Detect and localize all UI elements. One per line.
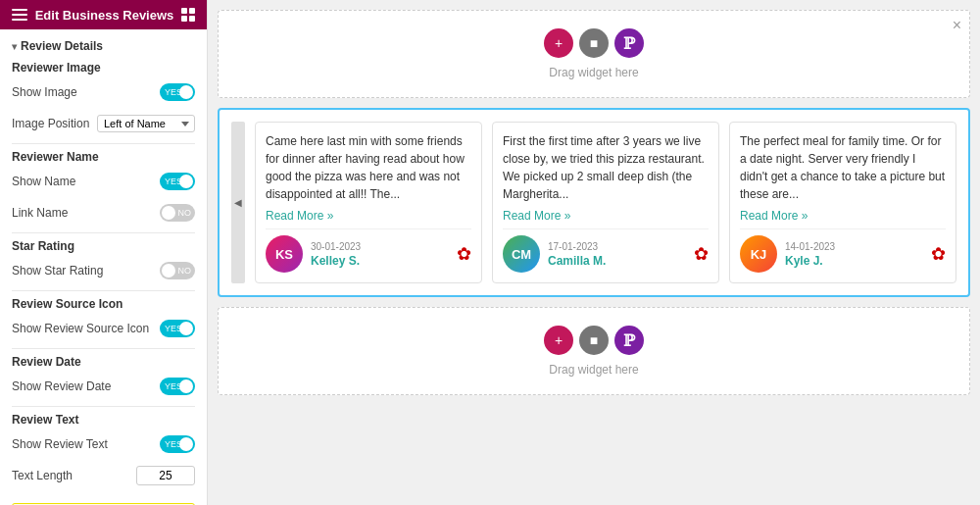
show-icon-row: Show Review Source Icon YES <box>12 317 195 340</box>
review-details-title: ▾ Review Details <box>12 39 195 53</box>
drop-zone-1-label: Drag widget here <box>549 66 638 79</box>
show-text-toggle[interactable]: YES <box>160 435 195 453</box>
add-widget-icon[interactable]: + <box>544 28 573 58</box>
drop-zone-2: + ■ ℙ Drag widget here <box>218 307 970 395</box>
drop-zone-1: × + ■ ℙ Drag widget here <box>218 10 970 98</box>
reviewer-name-1: Camilla M. <box>548 254 686 268</box>
widget-icon-p[interactable]: ℙ <box>614 28 644 58</box>
link-name-label: Link Name <box>12 206 68 220</box>
text-length-row: Text Length <box>12 464 195 487</box>
reviewer-row-2: KJ 14-01-2023 Kyle J. ✿ <box>740 228 946 273</box>
reviewer-date-2: 14-01-2023 <box>785 241 923 252</box>
review-card: First the first time after 3 years we li… <box>492 122 719 283</box>
widget-icon-square[interactable]: ■ <box>579 28 609 58</box>
review-text-2: The perfect meal for family time. Or for… <box>740 132 946 203</box>
reviewer-info-1: 17-01-2023 Camilla M. <box>548 241 686 268</box>
link-name-toggle[interactable]: NO <box>160 204 195 222</box>
drop-zone-1-icons: + ■ ℙ <box>544 28 644 58</box>
text-length-label: Text Length <box>12 469 73 482</box>
show-icon-toggle[interactable]: YES <box>160 320 195 337</box>
review-cards-container: Came here last min with some friends for… <box>255 122 956 283</box>
review-text-1: First the first time after 3 years we li… <box>503 132 709 203</box>
show-image-label: Show Image <box>12 85 77 99</box>
show-name-label: Show Name <box>12 175 75 188</box>
show-star-label: Show Star Rating <box>12 264 103 278</box>
grid-icon[interactable] <box>181 8 195 22</box>
yelp-badge-1: ✿ <box>694 243 709 265</box>
read-more-link-1[interactable]: Read More » <box>503 209 709 223</box>
show-name-row: Show Name YES <box>12 170 195 193</box>
show-text-label: Show Review Text <box>12 437 108 451</box>
show-star-row: Show Star Rating NO <box>12 259 195 282</box>
drop-zone-1-close[interactable]: × <box>953 17 961 34</box>
read-more-link-2[interactable]: Read More » <box>740 209 946 223</box>
reviewer-avatar-1: CM <box>503 235 540 273</box>
hamburger-icon[interactable] <box>12 9 27 21</box>
yelp-badge-2: ✿ <box>931 243 946 265</box>
review-text-0: Came here last min with some friends for… <box>266 132 471 203</box>
image-position-row: Image Position Left of Name Right of Nam… <box>12 112 195 135</box>
image-position-select[interactable]: Left of Name Right of Name Above Name <box>97 115 195 132</box>
collapse-button[interactable]: ◀ <box>231 122 245 283</box>
chevron-icon: ▾ <box>12 41 17 52</box>
yelp-badge-0: ✿ <box>457 243 471 265</box>
reviewer-info-0: 30-01-2023 Kelley S. <box>311 241 449 268</box>
reviewer-name-label: Reviewer Name <box>12 150 195 164</box>
reviewer-image-label: Reviewer Image <box>12 61 195 75</box>
reviewer-date-0: 30-01-2023 <box>311 241 449 252</box>
widget-icon-square-2[interactable]: ■ <box>579 326 609 355</box>
sidebar-header: Edit Business Reviews <box>0 0 207 29</box>
review-card: The perfect meal for family time. Or for… <box>729 122 956 283</box>
drop-zone-2-icons: + ■ ℙ <box>544 326 644 355</box>
show-date-label: Show Review Date <box>12 379 111 393</box>
reviewer-info-2: 14-01-2023 Kyle J. <box>785 241 923 268</box>
reviews-area: ◀ Came here last min with some friends f… <box>218 108 970 297</box>
reviewer-avatar-0: KS <box>266 235 303 273</box>
reviewer-name-0: Kelley S. <box>311 254 449 268</box>
reviewer-row-0: KS 30-01-2023 Kelley S. ✿ <box>266 228 471 273</box>
show-star-toggle[interactable]: NO <box>160 262 195 279</box>
add-widget-icon-2[interactable]: + <box>544 326 573 355</box>
read-more-link-0[interactable]: Read More » <box>266 209 471 223</box>
text-length-input[interactable] <box>136 466 195 485</box>
show-name-toggle[interactable]: YES <box>160 173 195 190</box>
show-icon-label: Show Review Source Icon <box>12 322 149 335</box>
sidebar: Edit Business Reviews ▾ Review Details R… <box>0 0 208 505</box>
reviewer-name-2: Kyle J. <box>785 254 923 268</box>
widget-icon-p-2[interactable]: ℙ <box>614 326 644 355</box>
link-name-row: Link Name NO <box>12 201 195 225</box>
reviewer-row-1: CM 17-01-2023 Camilla M. ✿ <box>503 228 709 273</box>
review-text-label: Review Text <box>12 413 195 427</box>
show-image-row: Show Image YES <box>12 80 195 104</box>
review-source-icon-label: Review Source Icon <box>12 297 195 311</box>
reviewer-avatar-2: KJ <box>740 235 777 273</box>
image-position-label: Image Position <box>12 117 89 130</box>
reviewer-date-1: 17-01-2023 <box>548 241 686 252</box>
sidebar-title: Edit Business Reviews <box>35 8 174 23</box>
show-image-toggle[interactable]: YES <box>160 83 195 101</box>
review-date-label: Review Date <box>12 355 195 369</box>
review-card: Came here last min with some friends for… <box>255 122 482 283</box>
drop-zone-2-label: Drag widget here <box>549 363 638 377</box>
show-text-row: Show Review Text YES <box>12 432 195 456</box>
show-date-toggle[interactable]: YES <box>160 378 195 395</box>
review-details-section: ▾ Review Details Reviewer Image Show Ima… <box>0 29 207 495</box>
main-content: × + ■ ℙ Drag widget here ◀ Came here las… <box>208 0 980 505</box>
star-rating-label: Star Rating <box>12 239 195 253</box>
show-date-row: Show Review Date YES <box>12 375 195 398</box>
